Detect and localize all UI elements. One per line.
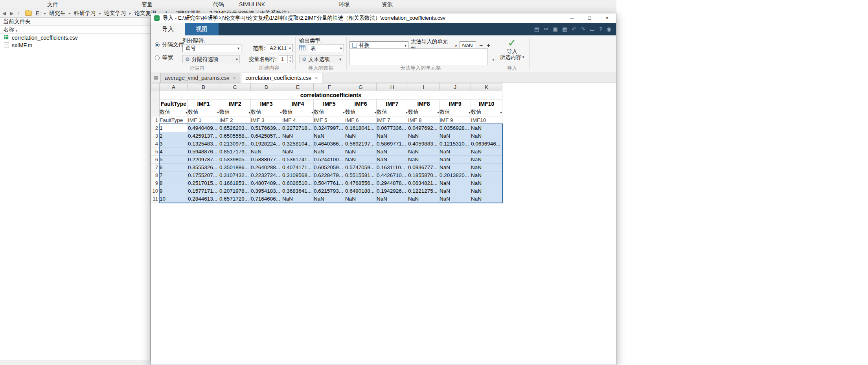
close-button[interactable]: ×	[598, 13, 616, 23]
close-icon[interactable]: ×	[315, 76, 318, 81]
column-header-D[interactable]: D	[251, 83, 282, 91]
undo-icon[interactable]: ↶	[572, 26, 576, 32]
data-cell[interactable]: NaN	[408, 156, 440, 164]
data-cell[interactable]: FaultType	[160, 116, 188, 124]
data-cell[interactable]: 0.6052059...	[314, 164, 345, 171]
data-cell[interactable]: NaN	[471, 156, 502, 164]
data-cell[interactable]: 0.1215310...	[440, 140, 471, 148]
data-cell[interactable]: NaN	[408, 195, 440, 203]
data-cell[interactable]: 0.5361741...	[282, 156, 314, 164]
data-cell[interactable]: 0.4259137...	[188, 132, 219, 140]
data-cell[interactable]: NaN	[345, 132, 377, 140]
data-cell[interactable]: 0.0356928...	[440, 124, 471, 132]
data-cell[interactable]: 0.0936777...	[408, 164, 440, 171]
data-cell[interactable]: 0.2844613...	[188, 195, 219, 203]
data-cell[interactable]: 0.7164606...	[251, 195, 282, 203]
save-icon[interactable]: ▤	[534, 26, 539, 32]
data-cell[interactable]: 4	[160, 148, 188, 156]
variable-name-cell[interactable]: IMF4	[282, 100, 314, 108]
file-row[interactable]: sxIMF.m	[0, 41, 150, 49]
minimize-button[interactable]: ─	[563, 13, 581, 23]
data-cell[interactable]: NaN	[251, 148, 282, 156]
data-cell[interactable]: 0.4807489...	[251, 179, 282, 187]
fixed-width-radio[interactable]: 等宽	[155, 54, 173, 61]
column-header-G[interactable]: G	[345, 83, 377, 91]
type-dropdown[interactable]: 数值▾	[440, 108, 471, 116]
data-cell[interactable]: 0.2071978...	[219, 187, 251, 195]
data-cell[interactable]: IMF 6	[345, 116, 377, 124]
replacement-rules-list[interactable]	[349, 48, 488, 65]
data-cell[interactable]: 0.1618041...	[345, 124, 377, 132]
data-cell[interactable]: NaN	[440, 132, 471, 140]
paste-icon[interactable]: ▦	[562, 26, 567, 32]
add-rule-button[interactable]: +	[486, 41, 491, 49]
data-cell[interactable]: NaN	[345, 148, 377, 156]
data-cell[interactable]: 5	[160, 156, 188, 164]
ribbon-tab-视图[interactable]: 视图	[185, 23, 219, 35]
variable-name-cell[interactable]: IMF8	[408, 100, 440, 108]
toolstrip-tab-0[interactable]: 文件	[47, 1, 58, 8]
data-cell[interactable]: IMF 2	[219, 116, 251, 124]
data-cell[interactable]: NaN	[345, 156, 377, 164]
type-dropdown[interactable]: 数值▾	[219, 108, 251, 116]
data-cell[interactable]: 0.1942926...	[377, 187, 408, 195]
data-cell[interactable]: 0.2640288...	[251, 164, 282, 171]
data-cell[interactable]: NaN	[282, 132, 314, 140]
data-cell[interactable]: NaN	[440, 156, 471, 164]
data-cell[interactable]: 0.3109568...	[282, 171, 314, 179]
data-cell[interactable]: 6	[160, 164, 188, 171]
data-cell[interactable]: 0.4640366...	[314, 140, 345, 148]
toolstrip-tab-4[interactable]: 环境	[338, 1, 349, 8]
document-tab[interactable]: correlation_coefficients.csv×	[241, 73, 322, 83]
data-cell[interactable]: IMF 1	[188, 116, 219, 124]
variable-name-cell[interactable]: IMF1	[188, 100, 219, 108]
data-cell[interactable]: 0.5747059...	[345, 164, 377, 171]
data-cell[interactable]: NaN	[471, 124, 502, 132]
column-header-E[interactable]: E	[282, 83, 314, 91]
spinner-up-icon[interactable]: ▲	[288, 55, 292, 59]
type-dropdown[interactable]: 数值▾	[282, 108, 314, 116]
breadcrumb-item[interactable]: 科研学习	[74, 10, 96, 17]
column-header-B[interactable]: B	[188, 83, 219, 91]
data-cell[interactable]: NaN	[440, 148, 471, 156]
data-cell[interactable]: 0.3683641...	[282, 187, 314, 195]
variable-name-cell[interactable]: IMF10	[471, 100, 502, 108]
type-dropdown[interactable]: 数值▾	[314, 108, 345, 116]
cut-icon[interactable]: ✂	[544, 26, 548, 32]
data-cell[interactable]: 0.4074171...	[282, 164, 314, 171]
spinner-down-icon[interactable]: ▼	[288, 59, 292, 63]
import-selection-button[interactable]: ✓ 导入 所选内容▾	[500, 35, 524, 60]
data-cell[interactable]: IMF 7	[377, 116, 408, 124]
data-cell[interactable]: 0.3258104...	[282, 140, 314, 148]
data-cell[interactable]: IMF 8	[408, 116, 440, 124]
data-cell[interactable]: IMF 5	[314, 116, 345, 124]
data-cell[interactable]: 0.2209787...	[188, 156, 219, 164]
text-options-dropdown[interactable]: ⚙ 文本选项 ▾	[299, 55, 343, 63]
copy-icon[interactable]: ▣	[553, 26, 558, 32]
data-cell[interactable]: 3	[160, 140, 188, 148]
type-dropdown[interactable]: 数值▾	[188, 108, 219, 116]
type-dropdown[interactable]: 数值▾	[160, 108, 188, 116]
delimiter-options-dropdown[interactable]: ⚙ 分隔符选项 ▾	[182, 55, 240, 63]
type-dropdown[interactable]: 数值▾	[251, 108, 282, 116]
data-cell[interactable]: 0.2130979...	[219, 140, 251, 148]
data-cell[interactable]: 0.0677336...	[377, 124, 408, 132]
data-cell[interactable]: 0.1631110...	[377, 164, 408, 171]
variable-name-cell[interactable]: IMF9	[440, 100, 471, 108]
data-cell[interactable]: 0.1661853...	[219, 179, 251, 187]
data-cell[interactable]: NaN	[377, 156, 408, 164]
variable-name-cell[interactable]: IMF7	[377, 100, 408, 108]
data-cell[interactable]: 0.2517015...	[188, 179, 219, 187]
delimited-file-radio[interactable]: 分隔文件	[155, 41, 184, 48]
type-dropdown[interactable]: 数值▾	[345, 108, 377, 116]
variable-name-cell[interactable]: IMF6	[345, 100, 377, 108]
variable-name-cell[interactable]: FaultType	[160, 100, 188, 108]
breadcrumb-item[interactable]: 论文学习	[104, 10, 127, 17]
data-cell[interactable]: NaN	[314, 148, 345, 156]
data-cell[interactable]: NaN	[408, 148, 440, 156]
breadcrumb-item[interactable]: 研究生	[49, 10, 66, 17]
output-type-dropdown[interactable]: 表 ▾	[308, 44, 344, 52]
data-cell[interactable]: 0.6526203...	[219, 124, 251, 132]
data-cell[interactable]: NaN	[377, 148, 408, 156]
data-cell[interactable]: 0.5888077...	[251, 156, 282, 164]
